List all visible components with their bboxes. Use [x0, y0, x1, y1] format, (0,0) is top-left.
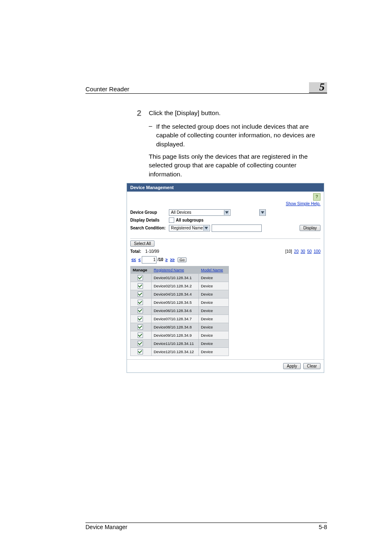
display-details-label: Display Details — [130, 218, 169, 222]
pager-go-button[interactable]: Go — [178, 257, 187, 262]
manage-checkbox[interactable] — [138, 341, 143, 346]
help-icon[interactable]: ? — [313, 193, 321, 201]
step-number: 2 — [127, 109, 141, 118]
pager-input[interactable] — [142, 256, 157, 264]
manage-checkbox[interactable] — [138, 316, 143, 321]
search-input[interactable] — [212, 224, 262, 232]
cell-model: Device — [199, 339, 229, 347]
cell-model: Device — [199, 282, 229, 290]
cell-name: Device02/10.128.34.2 — [152, 282, 199, 290]
total-range: 1-10/99 — [145, 249, 159, 254]
pager-first[interactable]: ≤≤ — [131, 257, 136, 262]
cell-name: Device06/10.128.34.6 — [152, 306, 199, 314]
cell-model: Device — [199, 306, 229, 314]
cell-model: Device — [199, 273, 229, 282]
manage-checkbox[interactable] — [138, 324, 143, 330]
bullet-text: If the selected group does not include d… — [156, 122, 327, 149]
page-size-100[interactable]: 100 — [314, 249, 321, 254]
cell-model: Device — [199, 323, 229, 331]
display-button[interactable]: Display — [300, 225, 321, 231]
cell-name: Device04/10.128.34.4 — [152, 290, 199, 298]
total-label: Total: — [130, 249, 141, 254]
all-subgroups-checkbox[interactable] — [169, 217, 174, 223]
search-field-select[interactable]: Registered Name — [169, 225, 210, 231]
cell-name: Device07/10.128.34.7 — [152, 314, 199, 323]
panel-title: Device Management — [127, 183, 324, 192]
table-row: Device05/10.128.34.5Device — [131, 298, 229, 306]
device-management-panel: Device Management ? Show Simple Help. De… — [127, 183, 324, 373]
pager-next[interactable]: ≥ — [165, 257, 168, 262]
device-table: Manage Registered Name Model Name Device… — [130, 266, 229, 356]
bullet-dash: – — [149, 122, 156, 149]
table-row: Device09/10.128.34.9Device — [131, 331, 229, 339]
page-size-current: [10] — [285, 249, 292, 254]
cell-model: Device — [199, 314, 229, 323]
search-field-value: Registered Name — [171, 226, 203, 230]
table-row: Device11/10.128.34.11Device — [131, 339, 229, 347]
cell-name: Device01/10.128.34.1 — [152, 273, 199, 282]
page-size-links: [10] 20 30 50 100 — [285, 249, 321, 254]
chapter-box: 5 — [309, 82, 327, 93]
chapter-number: 5 — [319, 82, 325, 92]
cell-model: Device — [199, 347, 229, 356]
section-title: Counter Reader — [85, 86, 129, 92]
col-manage: Manage — [131, 266, 152, 273]
page-size-30[interactable]: 30 — [301, 249, 305, 254]
manage-checkbox[interactable] — [138, 308, 143, 313]
table-row: Device06/10.128.34.6Device — [131, 306, 229, 314]
device-group-value: All Devices — [171, 210, 191, 215]
pager-last[interactable]: ≥≥ — [170, 257, 175, 262]
table-row: Device12/10.128.34.12Device — [131, 347, 229, 356]
cell-name: Device05/10.128.34.5 — [152, 298, 199, 306]
cell-name: Device11/10.128.34.11 — [152, 339, 199, 347]
aux-select[interactable] — [259, 209, 266, 216]
cell-name: Device08/10.128.34.8 — [152, 323, 199, 331]
chevron-down-icon — [224, 210, 229, 215]
page-footer: Device Manager 5-8 — [85, 523, 327, 530]
step-note: This page lists only the devices that ar… — [149, 152, 327, 179]
pager-prev[interactable]: ≤ — [138, 257, 141, 262]
cell-name: Device12/10.128.34.12 — [152, 347, 199, 356]
col-model-name[interactable]: Model Name — [199, 266, 229, 273]
page-size-50[interactable]: 50 — [307, 249, 311, 254]
col-registered-name[interactable]: Registered Name — [152, 266, 199, 273]
all-subgroups-label: All subgroups — [176, 218, 203, 222]
cell-model: Device — [199, 298, 229, 306]
manage-checkbox[interactable] — [138, 291, 143, 297]
search-condition-label: Search Condition: — [130, 226, 169, 230]
table-row: Device02/10.128.34.2Device — [131, 282, 229, 290]
chevron-down-icon — [260, 210, 265, 215]
manage-checkbox[interactable] — [138, 333, 143, 338]
footer-left: Device Manager — [85, 524, 127, 530]
running-header: Counter Reader 5 — [85, 82, 327, 94]
table-row: Device07/10.128.34.7Device — [131, 314, 229, 323]
table-row: Device04/10.128.34.4Device — [131, 290, 229, 298]
device-group-label: Device Group — [130, 210, 169, 215]
page-size-20[interactable]: 20 — [294, 249, 299, 254]
table-row: Device01/10.128.34.1Device — [131, 273, 229, 282]
select-all-button[interactable]: Select All — [130, 240, 154, 247]
apply-button[interactable]: Apply — [283, 363, 301, 369]
cell-model: Device — [199, 331, 229, 339]
manage-checkbox[interactable] — [138, 283, 143, 289]
cell-model: Device — [199, 290, 229, 298]
device-group-select[interactable]: All Devices — [169, 209, 231, 216]
clear-button[interactable]: Clear — [303, 363, 321, 369]
pager-of: /10 — [157, 257, 163, 262]
chevron-down-icon — [203, 226, 209, 231]
manage-checkbox[interactable] — [138, 275, 143, 280]
step-block: 2 Click the [Display] button. – If the s… — [85, 109, 327, 179]
step-text: Click the [Display] button. — [149, 109, 327, 118]
show-simple-help-link[interactable]: Show Simple Help. — [286, 201, 321, 206]
manage-checkbox[interactable] — [138, 300, 143, 305]
table-row: Device08/10.128.34.8Device — [131, 323, 229, 331]
footer-page-number: 5-8 — [319, 524, 327, 530]
manage-checkbox[interactable] — [138, 349, 143, 354]
cell-name: Device09/10.128.34.9 — [152, 331, 199, 339]
